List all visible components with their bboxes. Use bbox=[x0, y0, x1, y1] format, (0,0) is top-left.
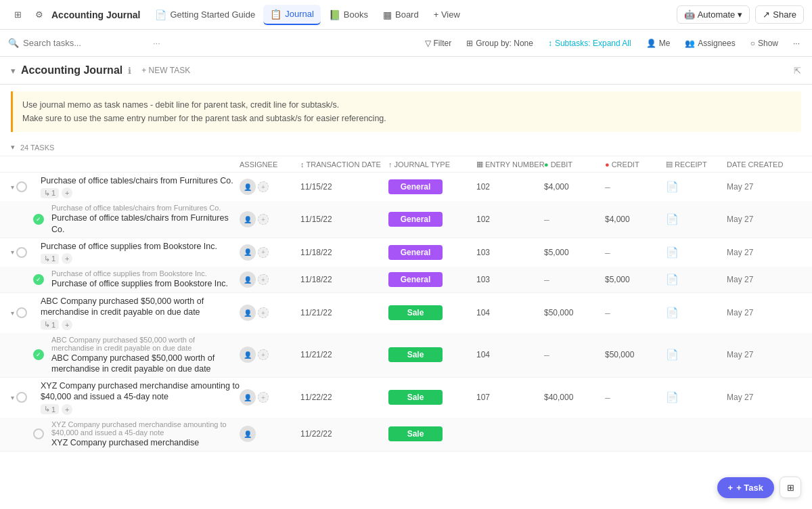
row3sub-receipt-icon[interactable]: 📄 bbox=[666, 349, 727, 361]
row1sub-date: 11/15/22 bbox=[300, 215, 388, 224]
row4-date-created: May 27 bbox=[727, 393, 801, 402]
row3-add-assignee[interactable]: + bbox=[258, 307, 269, 318]
row3sub-debit: – bbox=[544, 349, 605, 360]
col-task bbox=[38, 160, 240, 169]
row4sub-avatar[interactable]: 👤 bbox=[240, 426, 256, 442]
col-credit[interactable]: ● CREDIT bbox=[605, 160, 666, 169]
automate-button[interactable]: 🤖 Automate ▾ bbox=[677, 5, 750, 24]
row2-subtask-count[interactable]: ↳1 bbox=[41, 254, 59, 264]
row4sub-checkbox[interactable] bbox=[33, 428, 44, 439]
share-button[interactable]: ↗ Share bbox=[755, 5, 804, 24]
row2sub-checkbox[interactable]: ✓ bbox=[33, 274, 44, 285]
tab-journal[interactable]: 📋 Journal bbox=[263, 5, 321, 25]
tab-getting-started[interactable]: 📄 Getting Started Guide bbox=[148, 5, 262, 24]
row4sub-date: 11/22/22 bbox=[300, 429, 388, 439]
row2-checkbox[interactable] bbox=[16, 247, 27, 258]
col-transaction-date[interactable]: ↕ TRANSACTION DATE bbox=[300, 160, 388, 169]
info-icon[interactable]: ℹ bbox=[128, 66, 131, 76]
tab-books[interactable]: 📗 Books bbox=[322, 5, 375, 24]
row4sub-controls bbox=[22, 428, 49, 439]
row1-subtask-count[interactable]: ↳1 bbox=[41, 188, 59, 198]
automate-icon: 🤖 bbox=[684, 9, 695, 20]
tab-board[interactable]: ▦ Board bbox=[376, 5, 426, 24]
person-icon: 👤 bbox=[244, 216, 252, 223]
col-assignee[interactable]: ASSIGNEE bbox=[240, 160, 300, 169]
row4-add-button[interactable]: + bbox=[62, 404, 72, 415]
row3sub-add-assignee[interactable]: + bbox=[258, 349, 269, 360]
row4-subtask-count[interactable]: ↳1 bbox=[41, 404, 59, 414]
row1-add-assignee[interactable]: + bbox=[258, 181, 269, 192]
row1sub-avatar[interactable]: 👤 bbox=[240, 211, 256, 227]
col-entry-number[interactable]: ▦ ENTRY NUMBER bbox=[476, 160, 544, 169]
fab-task-button[interactable]: + + Task bbox=[717, 477, 774, 498]
row1sub-checkbox[interactable]: ✓ bbox=[33, 214, 44, 225]
row1-add-button[interactable]: + bbox=[62, 187, 72, 198]
col-journal-type[interactable]: ↑ JOURNAL TYPE bbox=[388, 160, 476, 169]
group-by-button[interactable]: ⊞ Group by: None bbox=[462, 36, 537, 51]
fab-grid-button[interactable]: ⊞ bbox=[780, 477, 801, 498]
show-button[interactable]: ○ Show bbox=[746, 36, 782, 51]
row4-expand-arrow[interactable]: ▾ bbox=[11, 394, 14, 401]
row3sub-checkbox[interactable]: ✓ bbox=[33, 349, 44, 360]
row3-subtask-count[interactable]: ↳1 bbox=[41, 319, 59, 330]
search-area: 🔍 ··· bbox=[8, 35, 415, 51]
row3-expand-arrow[interactable]: ▾ bbox=[11, 309, 14, 317]
col-receipt[interactable]: ▤ RECEIPT bbox=[666, 160, 727, 169]
collapse-toggle[interactable]: ▾ bbox=[11, 66, 16, 76]
row3-avatar[interactable]: 👤 bbox=[240, 305, 256, 321]
tasks-expand-icon[interactable]: ▾ bbox=[11, 143, 15, 152]
row3sub-avatar[interactable]: 👤 bbox=[240, 347, 256, 363]
row1sub-receipt-icon[interactable]: 📄 bbox=[666, 213, 727, 225]
row1-avatar[interactable]: 👤 bbox=[240, 179, 256, 195]
row1-receipt-icon[interactable]: 📄 bbox=[666, 181, 727, 193]
row4-credit: – bbox=[605, 392, 666, 403]
getting-started-icon: 📄 bbox=[155, 9, 166, 20]
row4-checkbox[interactable] bbox=[16, 392, 27, 403]
row1-checkbox[interactable] bbox=[16, 181, 27, 192]
row2sub-receipt-icon[interactable]: 📄 bbox=[666, 273, 727, 286]
subtasks-expand-button[interactable]: ↕ Subtasks: Expand All bbox=[544, 36, 635, 51]
row1-expand-arrow[interactable]: ▾ bbox=[11, 183, 14, 191]
search-input[interactable] bbox=[23, 38, 145, 48]
row1sub-debit: – bbox=[544, 214, 605, 225]
row4-receipt-icon[interactable]: 📄 bbox=[666, 391, 727, 403]
row3-receipt-icon[interactable]: 📄 bbox=[666, 307, 727, 319]
row2sub-debit: – bbox=[544, 274, 605, 285]
me-button[interactable]: 👤 Me bbox=[642, 36, 675, 51]
transaction-date-sort-icon: ↕ bbox=[300, 160, 304, 169]
search-options-menu[interactable]: ··· bbox=[149, 35, 164, 51]
receipt-icon-col: ▤ bbox=[666, 160, 673, 169]
row3-add-button[interactable]: + bbox=[62, 319, 72, 330]
new-task-button[interactable]: + NEW TASK bbox=[137, 64, 195, 77]
header-collapse-button[interactable]: ⇱ bbox=[794, 66, 801, 76]
row3-date-created: May 27 bbox=[727, 308, 801, 317]
row2sub-avatar[interactable]: 👤 bbox=[240, 271, 256, 288]
row4-add-assignee[interactable]: + bbox=[258, 392, 269, 403]
row1sub-add-assignee[interactable]: + bbox=[258, 214, 269, 225]
row2-add-button[interactable]: + bbox=[62, 253, 72, 264]
toolbar-right: ▽ Filter ⊞ Group by: None ↕ Subtasks: Ex… bbox=[421, 36, 804, 51]
row2-add-assignee[interactable]: + bbox=[258, 247, 269, 258]
home-icon[interactable]: ⊞ bbox=[8, 5, 27, 24]
toolbar-more-menu[interactable]: ··· bbox=[789, 36, 804, 51]
row2sub-add-assignee[interactable]: + bbox=[258, 274, 269, 285]
toolbar: 🔍 ··· ▽ Filter ⊞ Group by: None ↕ Subtas… bbox=[0, 30, 812, 57]
row1sub-controls: ✓ bbox=[22, 214, 49, 225]
row2-entry-number: 103 bbox=[476, 248, 544, 257]
row1-date-created: May 27 bbox=[727, 182, 801, 192]
row2-receipt-icon[interactable]: 📄 bbox=[666, 246, 727, 259]
assignees-button[interactable]: 👥 Assignees bbox=[681, 36, 739, 51]
fab-area: + + Task ⊞ bbox=[717, 477, 801, 498]
row2-date: 11/18/22 bbox=[300, 248, 388, 257]
row4-date: 11/22/22 bbox=[300, 393, 388, 402]
filter-button[interactable]: ▽ Filter bbox=[421, 36, 456, 51]
row4-avatar[interactable]: 👤 bbox=[240, 389, 256, 405]
col-debit[interactable]: ● DEBIT bbox=[544, 160, 605, 169]
tasks-header: ▾ 24 TASKS bbox=[0, 139, 812, 156]
row2-expand-arrow[interactable]: ▾ bbox=[11, 248, 14, 256]
page-header: ▾ Accounting Journal ℹ + NEW TASK ⇱ bbox=[0, 57, 812, 85]
tab-add-view[interactable]: + View bbox=[427, 5, 467, 24]
col-date-created[interactable]: DATE CREATED bbox=[727, 160, 801, 169]
row2-avatar[interactable]: 👤 bbox=[240, 244, 256, 261]
row3-checkbox[interactable] bbox=[16, 307, 27, 318]
